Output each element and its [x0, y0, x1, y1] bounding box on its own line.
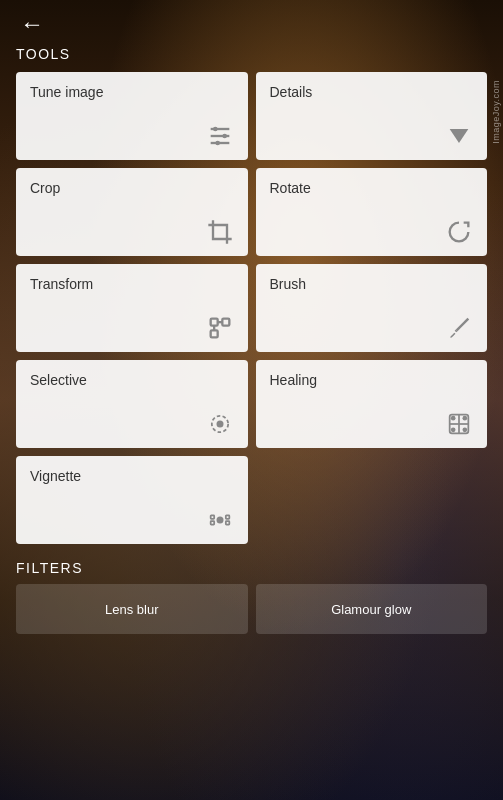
header: ←	[0, 0, 503, 44]
svg-marker-6	[450, 129, 469, 143]
svg-point-22	[216, 517, 223, 524]
tool-transform[interactable]: Transform	[16, 264, 248, 352]
tool-rotate[interactable]: Rotate	[256, 168, 488, 256]
svg-rect-7	[210, 319, 217, 326]
back-button[interactable]: ←	[16, 8, 48, 40]
tune-image-icon	[30, 122, 234, 150]
vignette-label: Vignette	[30, 468, 234, 484]
vignette-icon	[30, 506, 234, 534]
healing-icon	[270, 410, 474, 438]
filter-glamour-glow[interactable]: Glamour glow	[256, 584, 488, 634]
svg-rect-24	[225, 515, 229, 519]
svg-point-13	[216, 421, 223, 428]
svg-point-3	[213, 127, 218, 132]
transform-icon	[30, 314, 234, 342]
svg-point-19	[463, 416, 468, 421]
svg-rect-9	[210, 330, 217, 337]
tool-details[interactable]: Details	[256, 72, 488, 160]
filters-section: FILTERS Lens blur Glamour glow	[0, 552, 503, 640]
brush-label: Brush	[270, 276, 474, 292]
tool-vignette[interactable]: Vignette	[16, 456, 248, 544]
crop-label: Crop	[30, 180, 234, 196]
tool-crop[interactable]: Crop	[16, 168, 248, 256]
tune-image-label: Tune image	[30, 84, 234, 100]
svg-point-4	[222, 134, 227, 139]
svg-point-20	[451, 428, 456, 433]
details-icon	[270, 122, 474, 150]
selective-label: Selective	[30, 372, 234, 388]
svg-line-12	[456, 330, 457, 331]
details-label: Details	[270, 84, 474, 100]
svg-point-5	[215, 141, 220, 146]
crop-icon	[30, 218, 234, 246]
filter-lens-blur[interactable]: Lens blur	[16, 584, 248, 634]
watermark: ImageJoy.com	[491, 80, 501, 144]
filters-row: Lens blur Glamour glow	[16, 584, 487, 634]
glamour-glow-label: Glamour glow	[331, 602, 411, 617]
svg-rect-8	[222, 319, 229, 326]
brush-icon	[270, 314, 474, 342]
svg-rect-26	[225, 521, 229, 525]
tool-tune-image[interactable]: Tune image	[16, 72, 248, 160]
svg-point-18	[451, 416, 456, 421]
tool-brush[interactable]: Brush	[256, 264, 488, 352]
svg-point-21	[463, 428, 468, 433]
filters-title: FILTERS	[16, 560, 487, 576]
svg-rect-23	[210, 515, 214, 519]
tool-selective[interactable]: Selective	[16, 360, 248, 448]
lens-blur-label: Lens blur	[105, 602, 158, 617]
tools-grid: Tune image Details	[0, 72, 503, 448]
tool-healing[interactable]: Healing	[256, 360, 488, 448]
rotate-label: Rotate	[270, 180, 474, 196]
rotate-icon	[270, 218, 474, 246]
transform-label: Transform	[30, 276, 234, 292]
svg-rect-25	[210, 521, 214, 525]
tools-title: TOOLS	[0, 44, 503, 72]
healing-label: Healing	[270, 372, 474, 388]
selective-icon	[30, 410, 234, 438]
